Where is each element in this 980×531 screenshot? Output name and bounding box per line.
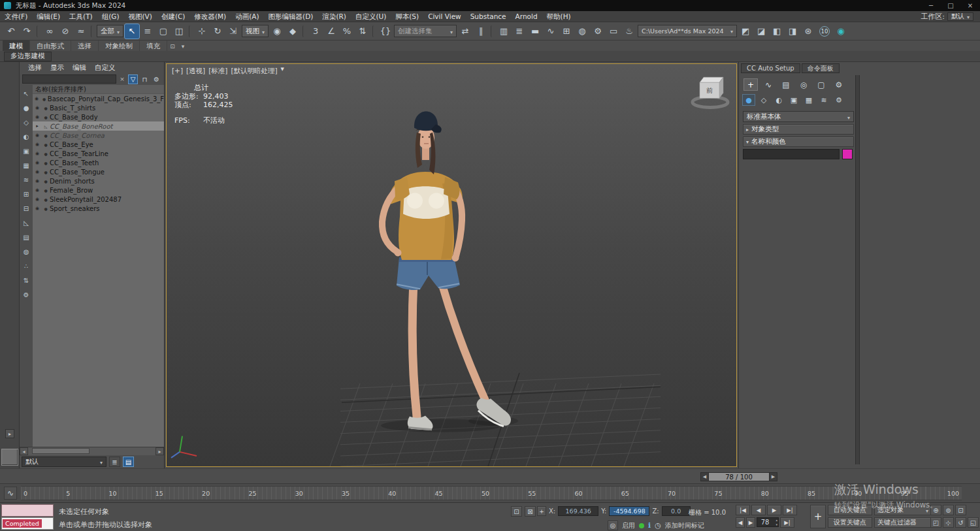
community-icon[interactable]: ◉ — [834, 24, 848, 39]
set-key-button[interactable]: 设置关键点 — [828, 517, 872, 528]
explorer-layers-view-icon[interactable]: ≣ — [109, 457, 120, 467]
zoom-icon[interactable]: ⊕ — [930, 505, 941, 515]
menu-item[interactable]: 组(G) — [97, 11, 124, 22]
toolbar-separator[interactable] — [372, 25, 376, 37]
view-cube-front-label[interactable]: 前 — [706, 87, 713, 94]
next-key-button[interactable]: ▶ — [746, 517, 755, 528]
viewport-canvas[interactable]: 前 — [167, 64, 736, 466]
display-tab-icon[interactable]: ▢ — [815, 79, 828, 90]
previous-key-button[interactable]: ◀ — [736, 517, 745, 528]
scene-object-row[interactable]: ▸ ◺ CC_Base_BoneRoot — [33, 121, 164, 131]
scene-object-row[interactable]: ◉ ● SleekPonytail_202487 — [33, 195, 164, 204]
next-frame-arrow-icon[interactable]: ▶ — [769, 472, 777, 481]
ribbon-pin-icon[interactable]: ⊡ — [167, 42, 178, 51]
key-filters-button[interactable]: 关键点过滤器 — [874, 517, 932, 528]
name-color-rollout[interactable]: ▾ 名称和颜色 — [743, 137, 854, 147]
create-tab-icon[interactable]: + — [744, 79, 757, 90]
visibility-icon[interactable]: ◉ — [33, 114, 42, 120]
menu-item[interactable]: Substance — [466, 11, 511, 22]
visibility-icon[interactable]: ◉ — [33, 133, 42, 138]
explorer-menu-item[interactable]: 显示 — [50, 63, 64, 72]
space-warps-category-icon[interactable]: ≋ — [818, 95, 830, 105]
view-cube[interactable]: 前 — [693, 77, 728, 107]
ribbon-tab[interactable]: 填充 — [140, 40, 167, 51]
workspace-selector[interactable]: 默认 — [947, 12, 973, 21]
toggle-ribbon-icon[interactable]: ▬ — [528, 24, 542, 39]
visibility-icon[interactable]: ◉ — [33, 187, 42, 193]
utilities-tab-icon[interactable]: ⚙ — [832, 79, 845, 90]
display-particles-icon[interactable]: ∴ — [20, 260, 32, 272]
perspective-viewport[interactable]: 前 [+] [透视] [标准] [默认明暗处理] ▼ 总计 多边形:92,403… — [166, 63, 737, 467]
display-materials-icon[interactable]: ◍ — [20, 246, 32, 257]
reference-coordinate-dropdown[interactable]: 视图 — [242, 25, 269, 37]
z-coordinate-field[interactable]: 0.0 — [662, 506, 691, 516]
object-name-field[interactable] — [743, 149, 840, 159]
state-sets-icon[interactable]: ◨ — [785, 24, 800, 39]
viewport-menu-general[interactable]: [+] — [172, 67, 183, 76]
layer-manager-icon[interactable]: ◧ — [770, 24, 784, 39]
realtime-playback-icon[interactable]: ◎ — [608, 521, 618, 530]
render-setup-icon[interactable]: ⚙ — [591, 24, 605, 39]
visibility-icon[interactable]: ◉ — [33, 142, 42, 147]
align-icon[interactable]: ∥ — [474, 24, 488, 39]
scroll-left-icon[interactable]: ◂ — [20, 447, 28, 455]
select-by-name-icon[interactable]: ≡ — [140, 24, 155, 39]
hierarchy-tab-icon[interactable]: ▤ — [779, 79, 792, 90]
angle-snap-icon[interactable]: ∠ — [324, 24, 338, 39]
arnold-render-icon[interactable]: ⊛ — [801, 24, 815, 39]
toolbar-separator[interactable] — [91, 25, 94, 37]
ribbon-tab[interactable]: 对象绘制 — [99, 40, 140, 51]
named-selection-sets-icon[interactable]: {} — [378, 24, 393, 39]
shapes-category-icon[interactable]: ◇ — [758, 95, 770, 105]
geometry-category-icon[interactable]: ● — [743, 95, 755, 105]
visibility-icon[interactable]: ◉ — [33, 206, 42, 211]
mini-curve-editor-icon[interactable]: ∿ — [4, 487, 17, 500]
scene-object-row[interactable]: ◉ ● Sport_sneakers — [33, 204, 164, 213]
scene-object-row[interactable]: ◉ ● Basecap_Ponytail_Cap_Genesis_3_F — [33, 94, 164, 103]
menu-item[interactable]: 创建(C) — [157, 11, 190, 22]
motion-tab-icon[interactable]: ◎ — [797, 79, 810, 90]
percent-snap-icon[interactable]: % — [340, 24, 354, 39]
ribbon-minimize-icon[interactable]: ▾ — [178, 42, 188, 51]
select-and-link-icon[interactable]: ∞ — [42, 24, 57, 39]
menu-item[interactable]: 图形编辑器(D) — [264, 11, 318, 22]
material-editor-icon[interactable]: ◍ — [575, 24, 589, 39]
minimize-button[interactable]: ─ — [921, 0, 941, 11]
menu-item[interactable]: 编辑(E) — [32, 11, 65, 22]
scene-object-row[interactable]: ◉ ● Denim_shorts — [33, 176, 164, 185]
zoom-extents-icon[interactable]: ⊡ — [955, 505, 966, 515]
display-xrefs-icon[interactable]: ⊟ — [20, 202, 32, 214]
schematic-view-icon[interactable]: ⊞ — [559, 24, 574, 39]
select-object-icon[interactable]: ↖ — [125, 24, 139, 39]
display-bones-icon[interactable]: ◺ — [20, 217, 32, 229]
isolate-selection-icon[interactable]: ⊡ — [511, 506, 522, 517]
clear-search-icon[interactable]: × — [118, 76, 126, 82]
rendered-frame-window-icon[interactable]: ▭ — [606, 24, 621, 39]
viewport-label-caret-icon[interactable]: ▼ — [281, 67, 284, 76]
explorer-menu-item[interactable]: 自定义 — [95, 63, 116, 72]
ribbon-tab[interactable]: 建模 — [3, 40, 30, 51]
visibility-icon[interactable]: ◉ — [33, 197, 42, 202]
offset-mode-icon[interactable]: + — [537, 506, 546, 516]
explorer-list-view-icon[interactable]: ▤ — [123, 457, 134, 467]
helpers-category-icon[interactable]: ▦ — [803, 95, 815, 105]
toolbar-separator[interactable] — [302, 25, 306, 37]
toolbar-separator[interactable] — [37, 25, 40, 37]
scene-object-row[interactable]: ◉ ● Basic_T_shirts — [33, 103, 164, 112]
object-class-dropdown[interactable]: 标准基本体 — [743, 111, 854, 122]
object-type-rollout[interactable]: ▸ 对象类型 — [743, 124, 854, 135]
zoom-all-icon[interactable]: ⊚ — [943, 505, 954, 515]
toggle-scene-explorer-icon[interactable]: ▥ — [497, 24, 511, 39]
expand-panel-arrow[interactable]: ▸ — [5, 429, 14, 438]
orbit-icon[interactable]: ↺ — [955, 517, 966, 528]
scene-object-row[interactable]: ◉ ● CC_Base_Cornea — [33, 131, 164, 140]
menu-item[interactable]: 工具(T) — [65, 11, 97, 22]
time-tag-clock-icon[interactable]: ◷ — [655, 521, 661, 530]
go-to-end-frame-button[interactable]: ▶| — [780, 517, 794, 528]
display-cameras-icon[interactable]: ▣ — [20, 145, 32, 157]
snap-toggle-3d-icon[interactable]: 3 — [308, 24, 323, 39]
y-coordinate-field[interactable]: -4594.698 — [609, 506, 649, 516]
mirror-icon[interactable]: ⇄ — [458, 24, 472, 39]
undo-icon[interactable]: ↶ — [4, 24, 18, 39]
visibility-icon[interactable]: ◉ — [33, 160, 42, 165]
